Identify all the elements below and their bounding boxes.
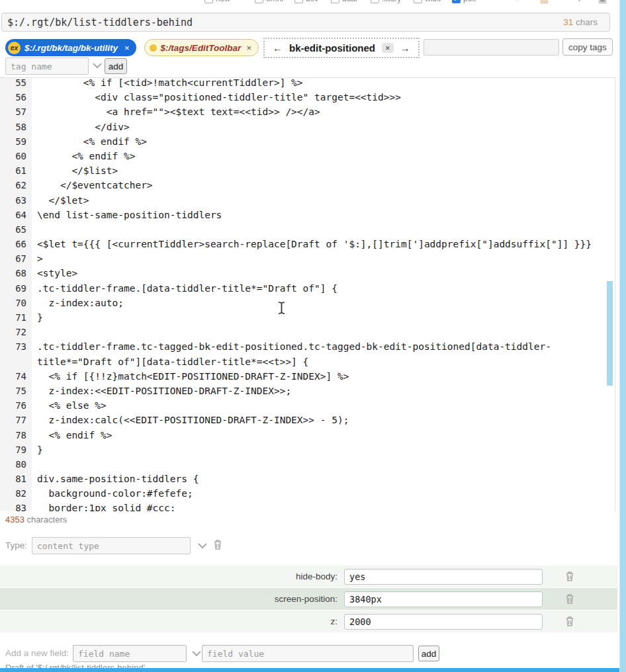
line-number: 80 — [0, 457, 32, 472]
delete-field-icon[interactable] — [565, 616, 574, 627]
tiddler-edit-screen: nowomnidevdual.storywide✓pos⋯♡▥◔▾▣ $:/.r… — [0, 0, 626, 672]
body-editor[interactable]: 55 <% if [<tid>!match<currentTiddler>] %… — [0, 78, 615, 511]
code-line: 65 — [0, 222, 615, 237]
code-text: background-color:#fefefe; — [32, 486, 193, 501]
checkbox-icon[interactable] — [294, 0, 303, 3]
toolbar-checkbox-dev[interactable]: dev — [294, 0, 318, 3]
code-line: 76 <% else %> — [0, 398, 615, 413]
checkbox-icon[interactable] — [255, 0, 263, 3]
tag-search-input[interactable] — [424, 39, 559, 56]
code-text: <% else %> — [32, 398, 107, 413]
field-value-input[interactable] — [344, 591, 543, 607]
line-number: 77 — [0, 413, 32, 427]
code-line: 70 z-index:auto; — [0, 296, 615, 310]
code-line: 72 — [0, 325, 615, 339]
nav-left-arrow[interactable]: ← — [273, 42, 283, 54]
delete-type-icon[interactable] — [213, 539, 222, 550]
code-line: 83 border:1px solid #ccc; — [0, 501, 615, 511]
code-text: > — [32, 251, 43, 266]
tags-row: ex $:/.rgt/bk/tag/bk-utility × $:/tags/E… — [5, 38, 259, 58]
toolbar-checkbox-story[interactable]: .story — [371, 0, 401, 3]
checkbox-label: omni — [266, 0, 283, 3]
add-field-button[interactable]: add — [418, 646, 439, 661]
nav-right-arrow[interactable]: → — [400, 42, 410, 54]
chevron-down-icon[interactable] — [92, 62, 103, 69]
remove-tag-icon[interactable]: × — [246, 43, 251, 53]
type-input[interactable] — [32, 537, 191, 554]
remove-tag-icon[interactable]: × — [124, 43, 130, 53]
delete-field-icon[interactable] — [565, 571, 574, 582]
code-text: .tc-tiddler-frame.tc-tagged-bk-edit-posi… — [32, 339, 551, 354]
code-rows: 55 <% if [<tid>!match<currentTiddler>] %… — [0, 78, 615, 511]
add-tag-button[interactable]: add — [105, 58, 127, 74]
code-text — [32, 325, 37, 339]
code-line: 82 background-color:#fefefe; — [0, 486, 615, 501]
line-number: 70 — [0, 296, 32, 310]
code-line: 61 </$list> — [0, 163, 615, 178]
checkbox-icon[interactable] — [331, 0, 339, 3]
line-number: 69 — [0, 281, 32, 296]
toolbar-checkbox-dual[interactable]: dual — [331, 0, 357, 3]
checkbox-label: .story — [382, 0, 401, 3]
more-icon[interactable]: ⋯ — [485, 0, 494, 5]
field-value-input[interactable] — [344, 569, 543, 585]
line-number: 59 — [0, 134, 32, 149]
code-text: <div class="positioned-tiddler-title" ta… — [32, 90, 401, 105]
code-text: </$eventcatcher> — [32, 178, 153, 192]
checkbox-icon[interactable] — [371, 0, 379, 3]
checkbox-label: now — [216, 0, 230, 3]
field-value-new-input[interactable] — [202, 645, 414, 662]
chevron-down-icon[interactable] — [197, 542, 208, 549]
code-text: </$list> — [32, 163, 118, 178]
checkbox-icon[interactable] — [414, 0, 422, 3]
editor-scrollbar-thumb[interactable] — [607, 281, 613, 386]
line-number: 62 — [0, 178, 32, 192]
toolbar-checkbox-pos[interactable]: ✓pos — [452, 0, 476, 3]
body-char-count: 4353 characters — [5, 515, 67, 525]
copy-tags-button[interactable]: copy tags — [562, 38, 613, 56]
title-char-count: 31 chars — [563, 17, 598, 27]
edit-toolbar-row: nowomnidevdual.storywide✓pos⋯♡▥◔▾▣ — [0, 0, 619, 7]
info-icon[interactable]: ◔ — [559, 0, 564, 5]
code-text: </div> — [32, 120, 130, 134]
favorite-icon[interactable]: ♡ — [513, 0, 521, 5]
tag-color-dot-icon — [150, 44, 157, 52]
line-number: 64 — [0, 208, 32, 222]
remove-tag-icon[interactable]: × — [382, 43, 394, 53]
field-row-screen-position: screen-position: — [0, 588, 617, 610]
code-text: title*="Draft of"][data-tiddler-title*=<… — [32, 355, 308, 369]
tag-name-input[interactable] — [5, 58, 89, 75]
code-line: 55 <% if [<tid>!match<currentTiddler>] %… — [0, 78, 615, 90]
title-input[interactable]: $:/.rgt/bk/list-tiddlers-behind — [7, 17, 563, 28]
checkbox-icon[interactable]: ✓ — [452, 0, 461, 3]
code-text: border:1px solid #ccc; — [32, 501, 176, 511]
toolbar-checkbox-wide[interactable]: wide — [414, 0, 441, 3]
collapse-icon[interactable]: ▾ — [577, 0, 582, 5]
line-number: 65 — [0, 222, 32, 237]
field-value-input[interactable] — [344, 614, 543, 630]
checkbox-label: dual — [342, 0, 357, 3]
title-field[interactable]: $:/.rgt/bk/list-tiddlers-behind 31 chars — [1, 13, 610, 32]
delete-field-icon[interactable] — [565, 593, 574, 605]
code-line: 67> — [0, 251, 615, 266]
layout-icon[interactable]: ▣ — [598, 0, 607, 5]
toolbar-checkbox-omni[interactable]: omni — [255, 0, 283, 3]
delete-icon[interactable]: ▥ — [540, 0, 549, 5]
chevron-down-icon[interactable] — [191, 650, 202, 657]
checkbox-label: pos — [463, 0, 476, 3]
code-text — [32, 457, 37, 472]
tag-pill-edittoolbar[interactable]: $:/tags/EditToolbar × — [144, 39, 259, 56]
page-scrollbar[interactable] — [619, 0, 626, 672]
tag-pill-bk-utility[interactable]: ex $:/.rgt/bk/tag/bk-utility × — [5, 39, 136, 56]
ex-badge-icon: ex — [8, 42, 21, 54]
checkbox-icon[interactable] — [204, 0, 213, 3]
field-name: z: — [0, 616, 344, 626]
code-text: <% endif %> — [32, 428, 112, 442]
field-name-input[interactable] — [73, 645, 187, 662]
code-text: z-index:auto; — [32, 296, 124, 310]
field-row-hide-body: hide-body: — [0, 566, 617, 587]
code-line: 69.tc-tiddler-frame.[data-tiddler-title*… — [0, 281, 615, 296]
toolbar-checkbox-now[interactable]: now — [204, 0, 230, 3]
line-number: 71 — [0, 310, 32, 325]
line-number: 55 — [0, 78, 32, 90]
